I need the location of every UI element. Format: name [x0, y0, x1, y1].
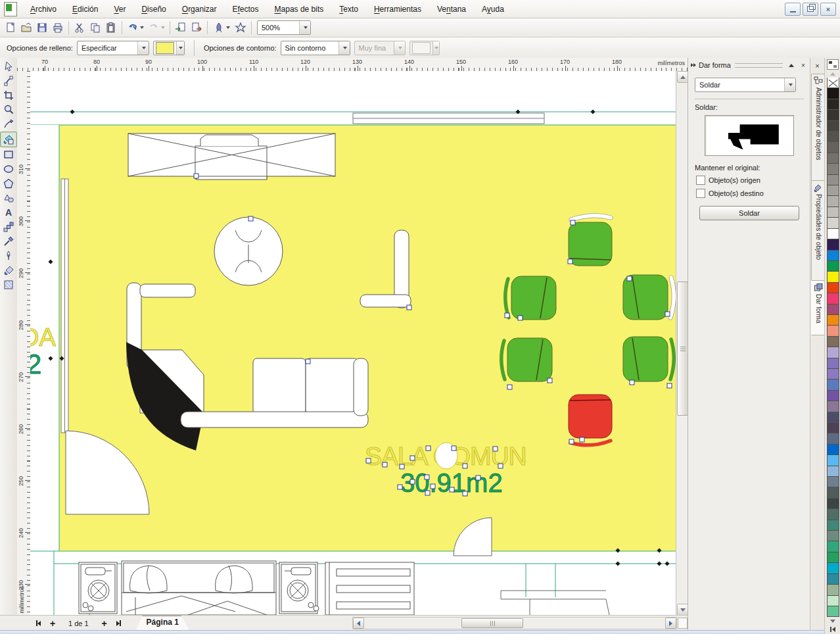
palette-swatch-505d5d[interactable]	[827, 487, 839, 498]
palette-swatch-64c594[interactable]	[827, 606, 839, 617]
node-handle[interactable]	[476, 476, 480, 480]
node-handle[interactable]	[366, 458, 371, 463]
undo-button[interactable]	[125, 20, 146, 35]
menu-edición[interactable]: Edición	[64, 2, 106, 16]
redo-button[interactable]	[146, 20, 167, 35]
tool-shape[interactable]	[1, 74, 16, 88]
palette-scroll-up[interactable]	[827, 70, 839, 78]
fill-color-picker[interactable]	[153, 41, 185, 55]
nightstand-left[interactable]	[79, 562, 117, 614]
node-handle[interactable]	[627, 276, 632, 281]
minimize-button[interactable]	[785, 3, 801, 16]
tool-smart-fill[interactable]	[0, 132, 17, 147]
docker-close-button[interactable]: ×	[799, 61, 808, 70]
palette-swatch-8b7ac0[interactable]	[827, 368, 839, 379]
node-handle[interactable]	[507, 385, 512, 389]
horizontal-ruler[interactable]: milímetros 70809010011012013014015016017…	[17, 58, 688, 72]
palette-swatch-5c6a84[interactable]	[827, 433, 839, 444]
menu-organizar[interactable]: Organizar	[174, 2, 225, 16]
node-handle[interactable]	[571, 220, 575, 225]
node-handle[interactable]	[518, 316, 523, 320]
palette-swatch-fcee00[interactable]	[827, 271, 839, 282]
tool-crop[interactable]	[1, 88, 16, 103]
node-handle[interactable]	[425, 475, 429, 479]
round-table[interactable]	[214, 217, 283, 285]
new-document-button[interactable]	[3, 20, 18, 35]
tool-outline-pen[interactable]	[1, 249, 16, 263]
restore-button[interactable]	[803, 3, 818, 16]
palette-swatch-f18a10[interactable]	[827, 314, 839, 326]
outline-mode-dropdown[interactable]	[338, 41, 350, 55]
nightstand-right[interactable]	[279, 562, 319, 614]
node-handle[interactable]	[407, 305, 411, 310]
node-handle[interactable]	[630, 380, 634, 385]
tab-shaping[interactable]: Dar forma	[811, 280, 826, 335]
palette-swatch-4c4c6a[interactable]	[827, 412, 839, 423]
node-handle[interactable]	[580, 437, 584, 442]
node-handle[interactable]	[398, 485, 402, 489]
copy-button[interactable]	[87, 20, 103, 35]
sideboard[interactable]	[128, 134, 335, 180]
menu-ventana[interactable]: Ventana	[429, 2, 474, 16]
weld-apply-button[interactable]: Soldar	[699, 206, 799, 220]
node-handle[interactable]	[463, 491, 467, 496]
horizontal-scrollbar[interactable]	[352, 617, 677, 629]
node-handle[interactable]	[248, 216, 253, 221]
palette-swatch-9bb498[interactable]	[827, 584, 839, 595]
docker-strip-close-button[interactable]: ×	[812, 61, 822, 70]
stray-text-bottom[interactable]: 2	[30, 349, 41, 379]
palette-swatch-f2937e[interactable]	[827, 325, 839, 336]
palette-swatch-58b8f2[interactable]	[827, 454, 839, 466]
stray-text-top[interactable]: DA	[30, 324, 56, 351]
menu-efectos[interactable]: Efectos	[224, 2, 266, 16]
node-handle[interactable]	[400, 464, 404, 469]
palette-swatch-c2c0bb[interactable]	[827, 207, 839, 218]
node-handle[interactable]	[450, 487, 454, 492]
palette-swatch-8273bb[interactable]	[827, 358, 839, 369]
save-button[interactable]	[34, 20, 50, 35]
docker-rollup-button[interactable]	[787, 61, 796, 70]
top-window[interactable]	[353, 113, 544, 124]
node-handle[interactable]	[383, 462, 387, 467]
palette-swatch-92908b[interactable]	[827, 174, 839, 185]
palette-swatch-292521[interactable]	[827, 99, 839, 110]
vertical-scrollbar[interactable]	[676, 71, 688, 615]
palette-options-icon[interactable]	[827, 59, 839, 70]
palette-swatch-a2a09b[interactable]	[827, 185, 839, 196]
fill-mode-combo[interactable]: Especificar	[77, 41, 149, 55]
vertical-ruler[interactable]: milímetros 31030029028027026025024023022…	[17, 71, 31, 615]
tool-freehand[interactable]	[1, 117, 16, 132]
palette-swatch-269f5f[interactable]	[827, 552, 839, 563]
tool-interactive-fill[interactable]	[1, 278, 16, 292]
palette-swatch-7d6d5a[interactable]	[827, 336, 839, 347]
source-objects-checkbox[interactable]	[696, 176, 705, 185]
palette-swatch-30a67d[interactable]	[827, 541, 839, 552]
palette-swatch-428678[interactable]	[827, 520, 839, 531]
add-page-before-button[interactable]: +	[47, 618, 58, 629]
palette-swatch-838079[interactable]	[827, 163, 839, 174]
palette-swatch-c7e8cc[interactable]	[827, 595, 839, 606]
tab-object-properties[interactable]: Propiedades de objeto	[811, 180, 826, 283]
palette-swatch-5c7bbe[interactable]	[827, 379, 839, 390]
node-handle[interactable]	[431, 484, 435, 489]
palette-swatch-none[interactable]	[827, 78, 839, 88]
palette-swatch-2b8b9f[interactable]	[827, 573, 839, 585]
drawing-canvas[interactable]: SALA COMUN 30.91m2 DA 2	[30, 71, 676, 615]
tool-pick[interactable]	[1, 59, 16, 74]
source-objects-row[interactable]: Objeto(s) origen	[696, 176, 804, 185]
shaping-mode-dropdown[interactable]	[784, 78, 795, 91]
node-handle[interactable]	[498, 464, 503, 468]
palette-swatch-b3a8d5[interactable]	[827, 347, 839, 358]
chair-green[interactable]	[502, 338, 552, 381]
node-handle[interactable]	[463, 464, 467, 468]
node-handle[interactable]	[667, 383, 672, 388]
add-page-after-button[interactable]: +	[99, 618, 110, 629]
tool-rectangle[interactable]	[1, 147, 16, 162]
tool-text[interactable]: A	[1, 205, 16, 220]
target-objects-row[interactable]: Objeto(s) destino	[696, 189, 804, 198]
tool-ellipse[interactable]	[1, 162, 16, 176]
room-floor[interactable]	[59, 125, 676, 556]
palette-swatch-0e82d8[interactable]	[827, 250, 839, 261]
menu-texto[interactable]: Texto	[331, 2, 366, 16]
node-handle[interactable]	[452, 446, 456, 451]
